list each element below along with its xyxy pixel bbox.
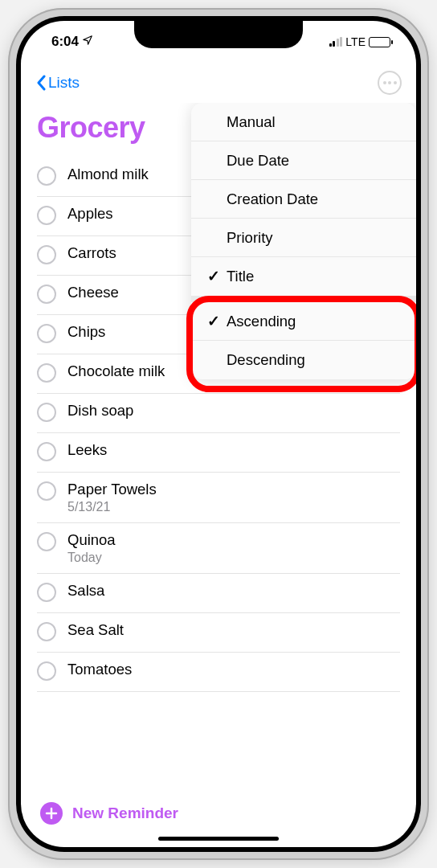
- sort-option-label: Priority: [227, 229, 273, 247]
- reminder-text: Chips: [67, 323, 105, 341]
- plus-icon: [40, 802, 63, 825]
- notch: [134, 21, 303, 48]
- status-right: LTE: [329, 35, 390, 48]
- reminder-label: Salsa: [67, 582, 104, 600]
- phone-bezel: 6:04 LTE Lists: [16, 16, 421, 852]
- menu-divider: [191, 296, 416, 302]
- back-button[interactable]: Lists: [35, 74, 80, 92]
- more-button[interactable]: [378, 71, 402, 95]
- sort-option-label: Descending: [227, 351, 305, 369]
- reminder-label: Almond milk: [67, 166, 149, 183]
- status-time: 6:04: [51, 34, 79, 50]
- content-area: Grocery Almond milkApplesCarrotsCheeseCh…: [21, 103, 416, 775]
- sort-option-ascending[interactable]: ✓Ascending: [191, 302, 416, 341]
- sort-option-label: Title: [227, 268, 254, 285]
- reminder-text: Salsa: [67, 582, 104, 600]
- sort-option-creation-date[interactable]: Creation Date: [191, 180, 416, 219]
- reminder-text: Cheese: [67, 284, 119, 301]
- nav-bar: Lists: [21, 63, 416, 103]
- reminder-checkbox[interactable]: [37, 403, 56, 422]
- new-reminder-button[interactable]: New Reminder: [40, 802, 397, 825]
- reminder-text: Paper Towels5/13/21: [67, 481, 157, 514]
- reminder-label: Paper Towels: [67, 481, 157, 498]
- sort-option-label: Ascending: [227, 313, 296, 330]
- more-icon: [383, 81, 397, 84]
- back-label: Lists: [48, 74, 80, 92]
- reminder-checkbox[interactable]: [37, 324, 56, 343]
- reminder-item[interactable]: Tomatoes: [37, 653, 400, 692]
- sort-option-title[interactable]: ✓Title: [191, 257, 416, 296]
- screen: 6:04 LTE Lists: [21, 21, 416, 847]
- reminder-checkbox[interactable]: [37, 166, 56, 186]
- reminder-label: Chips: [67, 323, 105, 341]
- reminder-text: Tomatoes: [67, 661, 132, 678]
- carrier-label: LTE: [345, 35, 366, 48]
- sort-menu: ManualDue DateCreation DatePriority✓Titl…: [191, 103, 416, 379]
- sort-option-due-date[interactable]: Due Date: [191, 141, 416, 180]
- reminder-checkbox[interactable]: [37, 206, 56, 225]
- reminder-item[interactable]: QuinoaToday: [37, 523, 400, 574]
- sort-option-manual[interactable]: Manual: [191, 103, 416, 141]
- battery-icon: [369, 37, 390, 47]
- reminder-item[interactable]: Leeks: [37, 433, 400, 473]
- reminder-checkbox[interactable]: [37, 442, 56, 461]
- reminder-checkbox[interactable]: [37, 661, 56, 681]
- reminder-checkbox[interactable]: [37, 285, 56, 304]
- reminder-label: Sea Salt: [67, 621, 124, 639]
- signal-icon: [329, 37, 343, 47]
- sort-option-descending[interactable]: Descending: [191, 341, 416, 379]
- reminder-text: Chocolate milk: [67, 362, 165, 380]
- new-reminder-label: New Reminder: [72, 805, 178, 822]
- checkmark-icon: ✓: [206, 313, 222, 330]
- reminder-label: Tomatoes: [67, 661, 132, 678]
- reminder-label: Cheese: [67, 284, 119, 301]
- reminder-label: Apples: [67, 205, 113, 223]
- reminder-item[interactable]: Sea Salt: [37, 613, 400, 653]
- sort-by-group: ManualDue DateCreation DatePriority✓Titl…: [191, 103, 416, 296]
- reminder-checkbox[interactable]: [37, 583, 56, 602]
- reminder-text: Almond milk: [67, 166, 149, 183]
- reminder-subtitle: Today: [67, 551, 116, 565]
- sort-option-priority[interactable]: Priority: [191, 219, 416, 257]
- sort-option-label: Manual: [227, 113, 276, 131]
- home-indicator[interactable]: [158, 837, 279, 841]
- reminder-label: Dish soap: [67, 402, 133, 420]
- reminder-text: Apples: [67, 205, 113, 223]
- reminder-label: Leeks: [67, 441, 107, 459]
- reminder-checkbox[interactable]: [37, 481, 56, 501]
- bottom-bar: New Reminder: [21, 802, 416, 831]
- reminder-item[interactable]: Dish soap: [37, 394, 400, 433]
- reminder-checkbox[interactable]: [37, 245, 56, 264]
- reminder-checkbox[interactable]: [37, 363, 56, 383]
- location-icon: [82, 34, 93, 50]
- chevron-left-icon: [35, 75, 47, 91]
- reminder-label: Quinoa: [67, 531, 116, 549]
- reminder-item[interactable]: Salsa: [37, 574, 400, 613]
- reminder-subtitle: 5/13/21: [67, 500, 157, 514]
- sort-option-label: Due Date: [227, 152, 289, 170]
- sort-option-label: Creation Date: [227, 190, 318, 208]
- reminder-checkbox[interactable]: [37, 532, 56, 551]
- reminder-text: Leeks: [67, 441, 107, 459]
- checkmark-icon: ✓: [206, 268, 222, 285]
- sort-order-group: ✓AscendingDescending: [191, 302, 416, 379]
- reminder-checkbox[interactable]: [37, 622, 56, 641]
- reminder-text: Carrots: [67, 244, 116, 262]
- reminder-text: Dish soap: [67, 402, 133, 420]
- reminder-label: Chocolate milk: [67, 362, 165, 380]
- phone-frame: 6:04 LTE Lists: [8, 8, 429, 860]
- reminder-label: Carrots: [67, 244, 116, 262]
- reminder-text: QuinoaToday: [67, 531, 116, 565]
- reminder-item[interactable]: Paper Towels5/13/21: [37, 473, 400, 523]
- status-left: 6:04: [51, 34, 93, 50]
- reminder-text: Sea Salt: [67, 621, 124, 639]
